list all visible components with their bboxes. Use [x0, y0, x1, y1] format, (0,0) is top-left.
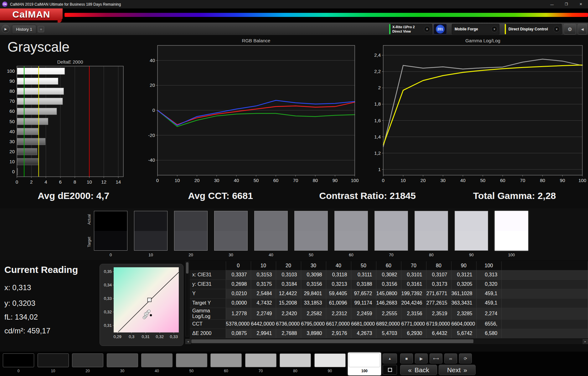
- column-header-40: 40: [326, 261, 351, 270]
- patch-color: [176, 353, 207, 367]
- grayscale-swatch-0: 0: [94, 211, 127, 257]
- svg-text:90: 90: [333, 178, 338, 183]
- svg-text:100: 100: [351, 178, 358, 183]
- collapse-panel-icon[interactable]: ◀: [578, 24, 587, 34]
- patch-label: 60: [209, 369, 243, 373]
- svg-text:0,32: 0,32: [104, 310, 112, 314]
- table-cell: 6892,0000: [376, 319, 401, 329]
- svg-text:10: 10: [87, 179, 92, 185]
- svg-text:40: 40: [9, 129, 15, 134]
- grayscale-patch-50[interactable]: 50: [175, 352, 208, 375]
- logo-bar: CalMAN: [0, 8, 588, 23]
- chevron-down-icon[interactable]: ▼: [554, 26, 560, 32]
- window-controls: — ❐ ✕: [545, 0, 588, 8]
- display-control-dropdown[interactable]: Direct Display Control ▼: [505, 24, 562, 34]
- add-tab-button[interactable]: +: [38, 26, 44, 32]
- svg-text:30: 30: [214, 178, 219, 183]
- table-vertical-scrollbar[interactable]: [185, 261, 189, 337]
- chevron-down-icon[interactable]: ▼: [424, 26, 430, 32]
- svg-text:30: 30: [440, 178, 446, 183]
- svg-text:0,33: 0,33: [170, 334, 178, 339]
- refresh-button[interactable]: ⟳: [459, 353, 472, 363]
- table-cell: 0,313: [476, 270, 501, 279]
- tab-scroll-icon[interactable]: ▶: [2, 25, 10, 33]
- swatch-patch: [455, 211, 488, 251]
- gear-icon[interactable]: ⚙: [564, 24, 576, 34]
- patch-color: [245, 353, 276, 367]
- swatch-strip: Actual Target 0102030405060708090100: [0, 208, 588, 260]
- chevron-down-icon[interactable]: ▼: [491, 26, 498, 32]
- avg-cct-stat: Avg CCT: 6681: [147, 191, 294, 201]
- source-dropdown[interactable]: Mobile Forge ▼: [452, 24, 499, 34]
- grayscale-patch-30[interactable]: 30: [106, 352, 139, 375]
- table-header-row: 0102030405060708090100: [190, 261, 588, 270]
- grayscale-patch-10[interactable]: 10: [37, 352, 70, 375]
- back-button[interactable]: « Back: [400, 365, 437, 375]
- tab-history-1[interactable]: History 1: [12, 25, 36, 34]
- horizontal-scrollbar-thumb[interactable]: [191, 339, 473, 343]
- table-cell: 5378,0000: [226, 319, 251, 329]
- swatch-actual-half: [174, 211, 207, 231]
- patch-window-button[interactable]: [383, 365, 397, 375]
- minimize-button[interactable]: —: [545, 0, 559, 8]
- svg-text:0,31: 0,31: [142, 334, 150, 339]
- svg-text:0,29: 0,29: [113, 334, 121, 339]
- meter-status-value: 201: [436, 25, 445, 34]
- vertical-scrollbar-thumb[interactable]: [186, 262, 188, 274]
- swatch-patch: [294, 211, 328, 251]
- swatch-label: 70: [374, 253, 408, 257]
- table-filler-cell: [501, 289, 588, 298]
- play-button[interactable]: ▶: [415, 353, 428, 363]
- close-button[interactable]: ✕: [574, 0, 588, 8]
- grayscale-patch-60[interactable]: 60: [209, 352, 243, 375]
- swatch-patch: [254, 211, 288, 251]
- grayscale-patch-80[interactable]: 80: [279, 352, 312, 375]
- bottom-panel: Current Reading x: 0,313 y: 0,3203 fL: 1…: [0, 260, 588, 352]
- meter-dropdown[interactable]: X-Rite i1Pro 2 Direct View ▼: [389, 24, 432, 34]
- svg-text:20: 20: [420, 178, 426, 183]
- table-cell: 6,4432: [426, 329, 451, 338]
- scroll-left-icon[interactable]: ◄: [185, 339, 191, 344]
- swatch-patch: [214, 211, 248, 251]
- measure-once-button[interactable]: ⟷: [430, 353, 442, 363]
- grayscale-patch-90[interactable]: 90: [313, 352, 347, 375]
- meter-dropdown-label: X-Rite i1Pro 2 Direct View: [390, 25, 415, 34]
- maximize-button[interactable]: ❐: [559, 0, 574, 8]
- grayscale-patch-100[interactable]: 100: [348, 352, 381, 375]
- svg-text:1,2: 1,2: [374, 150, 381, 156]
- svg-text:-20: -20: [148, 133, 155, 138]
- table-cell: 0,3118: [326, 270, 351, 279]
- patch-up-button[interactable]: ▲: [383, 353, 397, 363]
- table-filler-cell: [501, 261, 588, 270]
- title-bar: CM CalMAN 2019 CalMAN Ultimate for Busin…: [0, 0, 588, 8]
- table-cell: 2,9941: [251, 329, 276, 338]
- svg-text:40: 40: [150, 58, 155, 63]
- target-row-label: Target: [87, 237, 91, 247]
- patch-color: [107, 353, 138, 367]
- swatch-label: 30: [214, 253, 248, 257]
- stop-button[interactable]: ■: [400, 353, 413, 363]
- continuous-measure-button[interactable]: ∞: [444, 353, 457, 363]
- svg-text:50: 50: [254, 178, 259, 183]
- swatch-target-half: [375, 231, 408, 251]
- scroll-right-icon[interactable]: ►: [583, 339, 588, 344]
- grayscale-patch-70[interactable]: 70: [244, 352, 277, 375]
- gamma-chart-plot: 2,42,221,81,61,41,2101020304050607080901…: [367, 44, 586, 188]
- table-cell: 4,2673: [351, 329, 376, 338]
- avg-de2000-stat: Avg dE2000: 4,7: [0, 191, 147, 201]
- svg-text:10: 10: [175, 178, 180, 183]
- next-button[interactable]: Next »: [439, 365, 476, 375]
- table-cell: 271,6771: [426, 289, 451, 298]
- table-cell: 12,4422: [276, 289, 301, 298]
- current-reading-cdm2: cd/m²: 459,17: [4, 326, 50, 335]
- grayscale-patch-20[interactable]: 20: [71, 352, 104, 375]
- svg-text:0: 0: [12, 169, 15, 174]
- grayscale-patch-0[interactable]: 0: [2, 352, 35, 375]
- table-row: Gamma Log/Log1,27782,27492,24202,25822,2…: [190, 308, 588, 319]
- row-label: ΔE 2000: [190, 329, 226, 338]
- swatch-label: 20: [174, 253, 208, 257]
- horizontal-scrollbar-track[interactable]: [191, 339, 583, 344]
- grayscale-patch-40[interactable]: 40: [140, 352, 173, 375]
- table-horizontal-scrollbar[interactable]: ◄ ►: [185, 339, 588, 344]
- table-cell: 2,7688: [276, 329, 301, 338]
